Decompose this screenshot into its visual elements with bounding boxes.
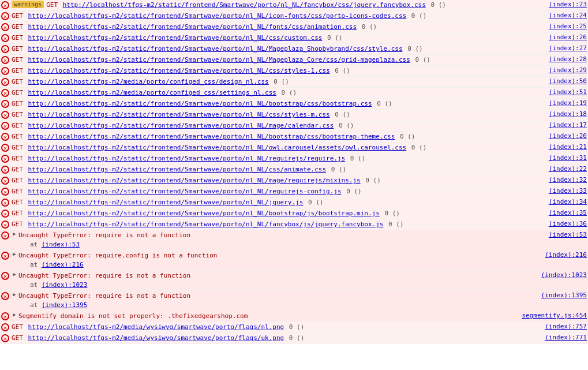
get-label: GET: [12, 56, 27, 63]
log-url[interactable]: http://localhost/tfgs-m2/static/frontend…: [28, 111, 330, 118]
log-url[interactable]: http://localhost/tfgs-m2/static/frontend…: [28, 45, 403, 53]
log-source[interactable]: (index):36: [543, 220, 587, 227]
log-number: 0 (): [365, 177, 381, 184]
log-number: 0 (): [362, 23, 377, 31]
log-url[interactable]: http://localhost/tfgs-m2/static/frontend…: [28, 34, 323, 42]
log-source[interactable]: (index):32: [543, 176, 587, 184]
log-source[interactable]: (index):28: [543, 55, 587, 63]
error-icon: ✕: [1, 122, 9, 130]
log-url[interactable]: http://localhost/tfgs-m2/static/frontend…: [28, 23, 357, 31]
log-source[interactable]: (index):27: [543, 44, 587, 52]
console-container: ✕ warnings GET http://localhost/tfgs-m2/…: [0, 0, 588, 370]
error-sub-link[interactable]: (index):1023: [42, 281, 87, 289]
log-url[interactable]: http://localhost/tfgs-m2/media/wysiwyg/s…: [28, 334, 284, 342]
log-url[interactable]: http://localhost/tfgs-m2/static/frontend…: [28, 188, 342, 195]
expand-icon[interactable]: ▶: [12, 291, 17, 297]
log-source[interactable]: (index):18: [543, 110, 587, 118]
log-number: 0 (): [384, 210, 400, 217]
log-source[interactable]: (index):53: [543, 231, 587, 238]
log-url[interactable]: http://localhost/tfgs-m2/static/frontend…: [28, 220, 384, 228]
log-url[interactable]: http://localhost/tfgs-m2/media/wysiwyg/s…: [28, 323, 284, 331]
log-content: GET http://localhost/tfgs-m2/static/fron…: [46, 1, 543, 10]
log-source[interactable]: (index):1023: [535, 271, 587, 279]
get-label: GET: [12, 177, 27, 184]
log-source[interactable]: segmentify.js:454: [516, 312, 587, 319]
log-source[interactable]: (index):216: [539, 251, 587, 259]
log-url[interactable]: http://localhost/tfgs-m2/static/frontend…: [28, 166, 327, 173]
log-content: GET http://localhost/tfgs-m2/media/porto…: [12, 77, 543, 87]
log-url[interactable]: http://localhost/tfgs-m2/static/frontend…: [28, 199, 304, 206]
error-icon: ✕: [1, 292, 9, 300]
log-row: ✕ GET http://localhost/tfgs-m2/static/fr…: [0, 208, 588, 219]
log-url[interactable]: http://localhost/tfgs-m2/static/frontend…: [28, 177, 361, 184]
error-icon: ✕: [1, 188, 9, 196]
error-icon: ✕: [1, 23, 9, 31]
log-url[interactable]: http://localhost/tfgs-m2/static/frontend…: [28, 67, 330, 74]
error-icon: ✕: [1, 334, 9, 342]
log-number: 0 (): [289, 323, 305, 331]
log-source[interactable]: (index):757: [539, 323, 587, 330]
log-url[interactable]: http://localhost/tfgs-m2/static/frontend…: [28, 144, 407, 151]
log-source[interactable]: (index):21: [543, 143, 587, 151]
log-source[interactable]: (index):26: [543, 33, 587, 41]
error-main-text: Uncaught TypeError: require is not a fun…: [18, 272, 190, 279]
log-number: 0 (): [411, 144, 427, 151]
log-source[interactable]: (index):34: [543, 198, 587, 205]
error-icon: ✕: [1, 166, 9, 174]
log-content: GET http://localhost/tfgs-m2/static/fron…: [12, 121, 543, 130]
error-icon: ✕: [1, 252, 9, 260]
log-url[interactable]: http://localhost/tfgs-m2/media/porto/con…: [28, 78, 269, 85]
log-source[interactable]: (index):51: [543, 88, 587, 96]
log-source[interactable]: (index):771: [539, 334, 587, 341]
log-content: GET http://localhost/tfgs-m2/static/fron…: [12, 44, 543, 54]
log-source[interactable]: (index):20: [543, 132, 587, 140]
log-row: ✕ GET http://localhost/tfgs-m2/static/fr…: [0, 186, 588, 197]
error-sub-link[interactable]: (index):1395: [42, 301, 87, 309]
log-number: 0 (): [274, 78, 289, 85]
log-content: GET http://localhost/tfgs-m2/static/fron…: [12, 176, 543, 185]
log-source[interactable]: (index):23: [543, 1, 587, 8]
log-url[interactable]: http://localhost/tfgs-m2/static/frontend…: [28, 133, 395, 140]
log-content: GET http://localhost/tfgs-m2/static/fron…: [12, 187, 543, 196]
log-row: ✕ GET http://localhost/tfgs-m2/static/fr…: [0, 219, 588, 230]
log-source[interactable]: (index):31: [543, 154, 587, 162]
log-content: GET http://localhost/tfgs-m2/static/fron…: [12, 165, 543, 174]
log-number: 0 (): [335, 111, 350, 118]
log-row: ✕ warnings GET http://localhost/tfgs-m2/…: [0, 0, 588, 11]
log-row: ✕ GET http://localhost/tfgs-m2/static/fr…: [0, 33, 588, 44]
log-url[interactable]: http://localhost/tfgs-m2/static/frontend…: [28, 12, 407, 20]
error-icon: ✕: [1, 144, 9, 152]
error-sub-link[interactable]: (index):216: [42, 261, 84, 268]
log-url[interactable]: http://localhost/tfgs-m2/static/frontend…: [28, 155, 346, 162]
log-source[interactable]: (index):35: [543, 209, 587, 216]
error-sub-link[interactable]: (index):53: [42, 241, 80, 248]
log-source[interactable]: (index):29: [543, 66, 587, 74]
log-source[interactable]: (index):17: [543, 121, 587, 129]
warnings-badge: warnings: [12, 1, 44, 8]
log-source[interactable]: (index):25: [543, 23, 587, 30]
log-source[interactable]: (index):19: [543, 99, 587, 107]
log-row: ✕ GET http://localhost/tfgs-m2/static/fr…: [0, 197, 588, 208]
error-main-text: Uncaught TypeError: require is not a fun…: [18, 292, 190, 300]
error-icon: ✕: [1, 231, 9, 240]
expand-icon[interactable]: ▶: [12, 251, 17, 257]
log-source[interactable]: (index):33: [543, 187, 587, 195]
expand-icon[interactable]: ▶: [12, 271, 17, 277]
log-source[interactable]: (index):50: [543, 77, 587, 85]
expand-icon[interactable]: ▶: [12, 231, 17, 237]
error-main-text: Segmentify domain is not set properly: .…: [18, 312, 248, 320]
log-url[interactable]: http://localhost/tfgs-m2/static/frontend…: [28, 56, 410, 63]
log-url[interactable]: http://localhost/tfgs-m2/static/frontend…: [28, 210, 380, 217]
log-source[interactable]: (index):22: [543, 165, 587, 173]
log-url[interactable]: http://localhost/tfgs-m2/static/frontend…: [28, 100, 372, 107]
log-url[interactable]: http://localhost/tfgs-m2/static/frontend…: [28, 122, 334, 129]
log-source[interactable]: (index):24: [543, 12, 587, 19]
get-label: GET: [12, 155, 27, 162]
log-source[interactable]: (index):1395: [535, 291, 587, 299]
expand-icon[interactable]: ▶: [12, 312, 17, 317]
get-label: GET: [12, 34, 27, 42]
log-url[interactable]: http://localhost/tfgs-m2/static/frontend…: [63, 1, 426, 9]
error-icon: ✕: [1, 199, 9, 207]
log-content: GET http://localhost/tfgs-m2/static/fron…: [12, 143, 543, 152]
log-url[interactable]: http://localhost/tfgs-m2/media/porto/con…: [28, 89, 276, 96]
